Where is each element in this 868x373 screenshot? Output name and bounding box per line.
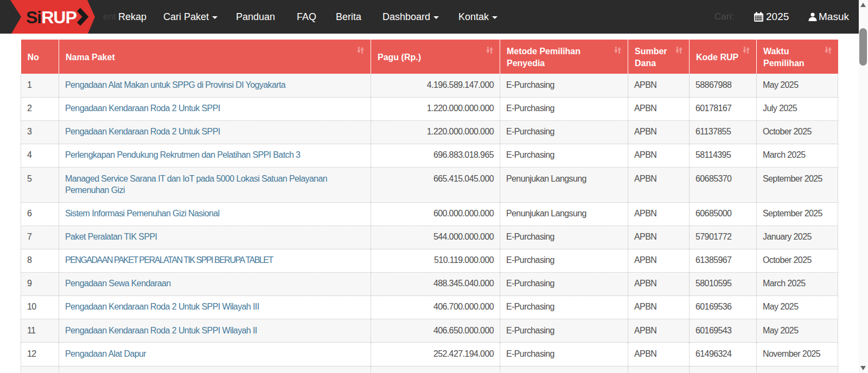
svg-text:SiRUP: SiRUP bbox=[26, 8, 76, 27]
